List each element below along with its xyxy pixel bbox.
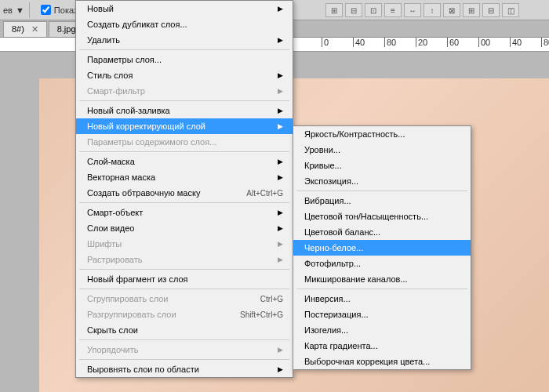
menu-item-label: Инверсия...: [304, 294, 351, 303]
ruler-tick: 60: [447, 38, 478, 47]
menu-item-label: Смарт-объект: [87, 208, 143, 217]
align-icon-0[interactable]: ⊞: [325, 3, 343, 17]
show-checkbox[interactable]: [41, 5, 51, 15]
align-icon-3[interactable]: ≡: [384, 3, 402, 17]
adjustment-submenu-item-7[interactable]: Цветовой баланс...: [293, 224, 471, 240]
submenu-arrow-icon: ▶: [278, 107, 283, 114]
ruler-tick: 80: [384, 38, 416, 47]
submenu-arrow-icon: ▶: [278, 173, 283, 181]
adjustment-submenu-item-14[interactable]: Изогелия...: [293, 322, 471, 338]
layer-menu-item-13[interactable]: Векторная маска▶: [76, 169, 293, 185]
menu-separator: [79, 339, 289, 340]
menu-separator: [79, 289, 289, 289]
layer-menu-item-5[interactable]: Стиль слоя▶: [76, 67, 293, 83]
align-icon-9[interactable]: ◫: [502, 3, 519, 17]
ruler-tick: 40: [510, 38, 541, 47]
submenu-arrow-icon: ▶: [278, 5, 283, 13]
layer-menu-item-16[interactable]: Смарт-объект▶: [76, 205, 293, 220]
layer-menu-item-9[interactable]: Новый корректирующий слой▶: [76, 118, 293, 134]
align-icon-6[interactable]: ⊠: [443, 3, 460, 17]
align-icon-8[interactable]: ⊟: [482, 3, 500, 17]
menu-separator: [296, 289, 467, 289]
menu-item-label: Новый слой-заливка: [87, 106, 170, 115]
adjustment-submenu-item-2[interactable]: Кривые...: [293, 158, 471, 173]
close-icon[interactable]: ✕: [31, 24, 38, 34]
document-tab-1[interactable]: 8#) ✕: [3, 21, 47, 37]
show-label: Показ: [54, 5, 78, 15]
menu-item-label: Удалить: [87, 35, 120, 45]
align-icon-7[interactable]: ⊞: [463, 3, 480, 17]
adjustment-submenu-item-0[interactable]: Яркость/Контрастность...: [293, 126, 471, 142]
ruler-tick: 20: [416, 38, 447, 47]
menu-item-label: Новый фрагмент из слоя: [87, 274, 188, 284]
adjustment-submenu-item-13[interactable]: Постеризация...: [293, 307, 471, 322]
menu-item-label: Растрировать: [87, 255, 143, 264]
layer-menu-item-19: Растрировать▶: [76, 252, 293, 267]
menu-item-label: Сгруппировать слои: [87, 294, 168, 303]
align-icon-1[interactable]: ⊟: [345, 3, 362, 17]
submenu-arrow-icon: ▶: [278, 256, 283, 263]
menu-item-label: Яркость/Контрастность...: [304, 129, 405, 139]
menu-item-label: Разгруппировать слои: [87, 310, 176, 319]
layer-menu-item-17[interactable]: Слои видео▶: [76, 220, 293, 236]
menu-item-label: Выборочная коррекция цвета...: [304, 357, 430, 366]
adjustment-submenu-item-1[interactable]: Уровни...: [293, 142, 471, 158]
adjustment-layer-submenu: Яркость/Контрастность...Уровни...Кривые.…: [293, 125, 471, 370]
layer-menu-item-1[interactable]: Создать дубликат слоя...: [76, 16, 293, 32]
layer-menu-item-4[interactable]: Параметры слоя...: [76, 52, 293, 67]
ruler-tick: 0: [322, 38, 353, 47]
menu-item-label: Создать дубликат слоя...: [87, 20, 187, 29]
align-icon-2[interactable]: ⊡: [365, 3, 382, 17]
menu-item-label: Параметры слоя...: [87, 55, 162, 64]
adjustment-submenu-item-16[interactable]: Выборочная коррекция цвета...: [293, 354, 471, 369]
menu-separator: [79, 359, 289, 360]
menu-item-label: Скрыть слои: [87, 325, 138, 335]
adjustment-submenu-item-8[interactable]: Черно-белое...: [293, 240, 471, 256]
menu-item-label: Уровни...: [304, 145, 340, 154]
menu-shortcut: Alt+Ctrl+G: [246, 189, 283, 198]
align-icon-5[interactable]: ↕: [424, 3, 441, 17]
layer-menu-item-14[interactable]: Создать обтравочную маскуAlt+Ctrl+G: [76, 185, 293, 201]
menu-item-label: Шрифты: [87, 239, 122, 249]
layer-menu-item-10: Параметры содержимого слоя...: [76, 134, 293, 150]
adjustment-submenu-item-6[interactable]: Цветовой тон/Насыщенность...: [293, 209, 471, 224]
layer-menu-item-8[interactable]: Новый слой-заливка▶: [76, 103, 293, 118]
menu-item-label: Выровнять слои по области: [87, 365, 199, 374]
submenu-arrow-icon: ▶: [278, 158, 283, 165]
menu-shortcut: Shift+Ctrl+G: [240, 310, 283, 319]
layer-menu-item-25[interactable]: Скрыть слои: [76, 322, 293, 338]
menu-item-label: Кривые...: [304, 161, 342, 170]
layer-menu-item-27: Упорядочить▶: [76, 342, 293, 358]
ruler-tick: 40: [353, 38, 384, 47]
menu-item-label: Стиль слоя: [87, 71, 133, 80]
adjustment-submenu-item-10[interactable]: Микширование каналов...: [293, 271, 471, 287]
submenu-arrow-icon: ▶: [278, 87, 283, 95]
adjustment-submenu-item-5[interactable]: Вибрация...: [293, 193, 471, 209]
layer-menu-item-6: Смарт-фильтр▶: [76, 83, 293, 99]
layer-menu-item-12[interactable]: Слой-маска▶: [76, 154, 293, 169]
adjustment-submenu-item-3[interactable]: Экспозиция...: [293, 173, 471, 189]
menu-separator: [79, 151, 289, 152]
layer-menu-item-21[interactable]: Новый фрагмент из слоя: [76, 271, 293, 287]
submenu-arrow-icon: ▶: [278, 71, 283, 79]
left-fragment: ев: [3, 5, 13, 15]
menu-shortcut: Ctrl+G: [260, 295, 283, 303]
adjustment-submenu-item-15[interactable]: Карта градиента...: [293, 338, 471, 354]
align-icon-4[interactable]: ↔: [404, 3, 421, 17]
adjustment-submenu-item-12[interactable]: Инверсия...: [293, 291, 471, 307]
submenu-arrow-icon: ▶: [278, 209, 283, 216]
submenu-arrow-icon: ▶: [278, 36, 283, 44]
adjustment-submenu-item-9[interactable]: Фотофильтр...: [293, 256, 471, 271]
menu-item-label: Смарт-фильтр: [87, 86, 145, 96]
layer-menu-item-2[interactable]: Удалить▶: [76, 32, 293, 48]
submenu-arrow-icon: ▶: [278, 346, 283, 354]
menu-item-label: Изогелия...: [304, 325, 348, 335]
ruler-tick: 00: [478, 38, 510, 47]
layer-menu-item-0[interactable]: Новый▶: [76, 1, 293, 16]
menu-separator: [79, 49, 289, 50]
layer-menu-item-29[interactable]: Выровнять слои по области▶: [76, 361, 293, 377]
menu-item-label: Микширование каналов...: [304, 274, 408, 284]
layer-menu: Новый▶Создать дубликат слоя...Удалить▶Па…: [75, 0, 293, 378]
menu-item-label: Фотофильтр...: [304, 259, 361, 268]
menu-item-label: Карта градиента...: [304, 341, 378, 350]
